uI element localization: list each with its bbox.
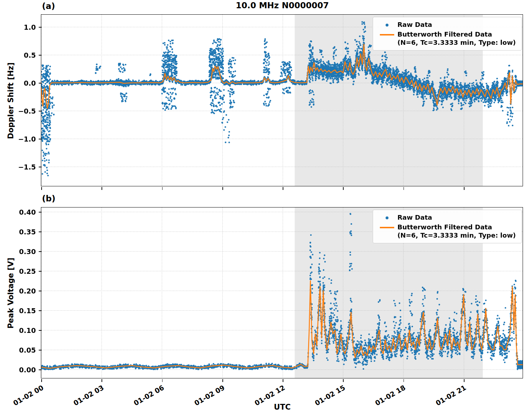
x-tick-mark [464,379,465,382]
x-axis-label: UTC [42,403,523,411]
figure: 10.0 MHz N0000007 (a) (b) Doppler Shift … [0,0,528,420]
y-tick-mark [39,55,42,56]
raw-data-dot-icon [377,21,397,29]
x-tick-mark [283,187,283,190]
y-tick-mark [39,310,42,311]
legend-filtered-label: Butterworth Filtered Data [397,30,492,38]
y-tick-label: 1.0 [14,23,36,31]
y-tick-label: 0.05 [14,346,36,354]
y-tick-mark [39,232,42,232]
filtered-data-line-icon [377,30,397,39]
y-tick-label: −1.5 [14,163,36,171]
legend-filtered-label: Butterworth Filtered Data [397,223,492,231]
filtered-data-line-icon [377,223,397,232]
x-tick-mark [162,187,163,190]
x-tick-mark [102,379,102,382]
x-tick-mark [283,379,283,382]
y-tick-mark [39,291,42,291]
panel-a-y-axis-label: Doppler Shift [Hz] [6,62,15,139]
y-tick-mark [39,167,42,167]
y-tick-mark [39,251,42,252]
y-tick-label: −0.5 [14,107,36,115]
panel-a-label: (a) [42,1,55,11]
y-tick-label: 0.15 [14,307,36,315]
x-tick-mark [222,379,223,382]
y-tick-label: 0.25 [14,267,36,275]
y-tick-mark [39,330,42,331]
x-tick-mark [102,187,102,190]
y-tick-label: 0.40 [14,208,36,216]
panel-b-label: (b) [42,194,56,203]
x-tick-mark [343,379,344,382]
legend-entry-filtered: Butterworth Filtered Data (N=6, Tc=3.333… [377,223,516,239]
y-tick-mark [39,27,42,28]
y-tick-label: 0.10 [14,326,36,334]
y-tick-label: 0.35 [14,228,36,236]
x-tick-mark [404,379,404,382]
legend-entry-filtered: Butterworth Filtered Data (N=6, Tc=3.333… [377,30,516,47]
legend-entry-raw: Raw Data [377,214,516,222]
y-tick-mark [39,83,42,83]
x-tick-mark [464,187,465,190]
raw-data-dot-icon [377,214,397,222]
y-tick-mark [39,271,42,272]
figure-title: 10.0 MHz N0000007 [42,1,523,10]
y-tick-mark [39,212,42,213]
y-tick-mark [39,139,42,139]
y-tick-label: 0.5 [14,51,36,59]
x-tick-mark [343,187,344,190]
y-tick-label: 0.0 [14,79,36,87]
x-tick-label: 01-02 00 [12,383,45,407]
y-tick-mark [39,350,42,350]
legend-entry-raw: Raw Data [377,21,516,29]
y-tick-mark [39,369,42,370]
panel-a-legend: Raw Data Butterworth Filtered Data (N=6,… [373,17,522,51]
legend-raw-label: Raw Data [397,214,432,222]
legend-filtered-sublabel: (N=6, Tc=3.3333 min, Type: low) [397,232,516,239]
y-tick-label: 0.20 [14,287,36,295]
y-tick-label: 0.30 [14,248,36,256]
y-tick-label: −1.0 [14,135,36,143]
y-tick-label: 0.00 [14,366,36,374]
x-tick-mark [162,379,163,382]
y-tick-mark [39,111,42,111]
panel-b-legend: Raw Data Butterworth Filtered Data (N=6,… [373,210,522,243]
x-tick-mark [222,187,223,190]
x-tick-mark [41,187,42,190]
legend-raw-label: Raw Data [397,21,432,29]
x-tick-mark [41,379,42,382]
x-tick-mark [404,187,404,190]
legend-filtered-sublabel: (N=6, Tc=3.3333 min, Type: low) [397,39,516,46]
